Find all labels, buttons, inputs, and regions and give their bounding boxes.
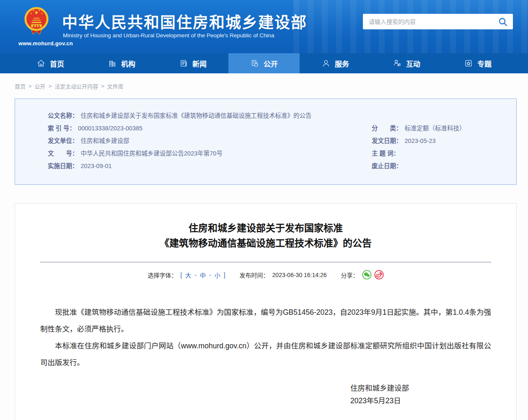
search-button[interactable] (498, 17, 508, 27)
meta-label: 主 题 词： (372, 150, 399, 157)
svg-text:★: ★ (38, 9, 40, 12)
nav-item-disclosure[interactable]: 公开 (228, 53, 300, 73)
nav-item-interaction[interactable]: 互动 (371, 53, 442, 73)
site-title: 中华人民共和国住房和城乡建设部 (62, 10, 307, 33)
breadcrumb-statutory-content[interactable]: 法定主动公开内容 (54, 82, 98, 90)
search-box[interactable] (363, 14, 513, 29)
meta-label: 文 号： (48, 150, 78, 157)
meta-value: 住房和城乡建设部 (81, 137, 129, 144)
breadcrumb-separator: > (101, 83, 104, 89)
nav-label: 新闻 (192, 58, 207, 69)
search-input[interactable] (369, 18, 498, 25)
meta-category: 分 类：标准定额（标准科技） (372, 124, 466, 132)
nav-item-special-topic[interactable]: 专题 (442, 53, 513, 73)
national-emblem-icon: ★ ★ ★ ★ ★ (23, 5, 49, 40)
wechat-share-icon[interactable] (362, 270, 372, 280)
nav-label: 互动 (406, 58, 420, 69)
meta-index-number: 索 引 号：000013338/2023-00385 (48, 124, 142, 132)
nav-label: 首页 (50, 58, 64, 69)
breadcrumb-current: 文件库 (107, 82, 124, 90)
breadcrumb-separator: > (28, 83, 32, 89)
share-label: 分享： (341, 271, 359, 279)
nav-item-service[interactable]: 服务 (300, 53, 371, 73)
meta-implementation-date: 实施日期：2023-09-01 (48, 162, 112, 170)
page: ★ ★ ★ ★ ★ www.mohurd.gov.cn 中华人民共和国住房和城乡… (0, 0, 528, 420)
article-paragraph-2: 本标准在住房和城乡建设部门户网站（www.mohurd.gov.cn）公开，并由… (40, 337, 491, 371)
main-navigation: 首页 机构 新闻 (0, 53, 528, 73)
meta-label: 实施日期： (48, 163, 78, 169)
breadcrumb-home[interactable]: 首页 (15, 82, 26, 90)
service-icon (321, 59, 331, 68)
meta-value: 2023-09-01 (81, 163, 112, 169)
site-subtitle-english: Ministry of Housing and Urban-Rural Deve… (63, 32, 274, 39)
nav-label: 服务 (335, 58, 349, 69)
nav-item-home[interactable]: 首页 (15, 53, 86, 73)
signature-organization: 住房和城乡建设部 (350, 382, 491, 394)
publish-time-label: 发布时间： (240, 271, 269, 279)
meta-doc-number: 文 号：中华人民共和国住房和城乡建设部公告2023年第70号 (48, 149, 223, 158)
font-size-medium-button[interactable]: 中 (200, 271, 206, 279)
font-size-small-button[interactable]: 小 (215, 271, 220, 279)
font-separator: - (209, 272, 211, 278)
font-size-label: 选择字体： (148, 271, 177, 279)
font-separator: - (194, 272, 197, 278)
nav-item-organization[interactable]: 机构 (86, 53, 157, 73)
site-url: www.mohurd.gov.cn (18, 40, 73, 47)
site-header: ★ ★ ★ ★ ★ www.mohurd.gov.cn 中华人民共和国住房和城乡… (0, 0, 528, 53)
search-icon (498, 17, 508, 27)
nav-label: 公开 (264, 58, 278, 69)
meta-value: 中华人民共和国住房和城乡建设部公告2023年第70号 (81, 150, 223, 157)
font-size-large-button[interactable]: 大 (185, 271, 191, 279)
svg-text:★: ★ (30, 12, 32, 15)
nav-item-news[interactable]: 新闻 (157, 53, 228, 73)
meta-label: 索 引 号： (48, 125, 75, 132)
disclosure-icon (250, 59, 259, 68)
article-body: 现批准《建筑物移动通信基础设施工程技术标准》为国家标准，编号为GB51456-2… (15, 304, 516, 407)
meta-label: 公文名称： (48, 112, 78, 119)
meta-label: 发文日期： (372, 137, 402, 144)
meta-abolish-date: 废止日期： (372, 162, 405, 170)
meta-label: 分 类： (372, 125, 402, 132)
meta-value: 2023-05-23 (405, 137, 436, 144)
meta-subject-words: 主 题 词： (372, 149, 402, 158)
meta-issuer: 发文单位：住房和城乡建设部 (48, 137, 129, 145)
special-topic-icon (464, 59, 473, 68)
font-bracket-open: [ (180, 272, 182, 278)
nav-label: 专题 (477, 58, 492, 69)
svg-text:★: ★ (33, 9, 35, 12)
font-bracket-close: ] (224, 272, 225, 278)
organization-icon (108, 59, 117, 68)
article-title-line1: 住房和城乡建设部关于发布国家标准 (15, 220, 516, 236)
interaction-icon (393, 59, 402, 68)
nav-label: 机构 (121, 58, 135, 69)
breadcrumb: 首页 > 公开 > 法定主动公开内容 > 文件库 (15, 82, 124, 90)
weibo-share-icon[interactable] (374, 270, 384, 280)
document-meta-box: 公文名称：住房和城乡建设部关于发布国家标准《建筑物移动通信基础设施工程技术标准》… (15, 99, 517, 185)
publish-time-value: 2023-06-30 16:14:26 (272, 272, 327, 278)
home-icon (36, 59, 46, 68)
meta-label: 发文单位： (48, 137, 78, 144)
signature-date: 2023年5月23日 (350, 394, 491, 407)
svg-text:★: ★ (41, 12, 43, 15)
article-container: 住房和城乡建设部关于发布国家标准 《建筑物移动通信基础设施工程技术标准》的公告 … (15, 203, 517, 420)
meta-label: 废止日期： (372, 163, 402, 169)
meta-value: 000013338/2023-00385 (78, 125, 142, 132)
breadcrumb-separator: > (49, 83, 52, 89)
title-divider (40, 262, 491, 263)
signature-block: 住房和城乡建设部 2023年5月23日 (350, 382, 491, 407)
meta-doc-name: 公文名称：住房和城乡建设部关于发布国家标准《建筑物移动通信基础设施工程技术标准》… (48, 111, 312, 120)
breadcrumb-disclosure[interactable]: 公开 (35, 82, 46, 90)
news-icon (179, 59, 188, 68)
article-title-line2: 《建筑物移动通信基础设施工程技术标准》的公告 (15, 236, 516, 251)
meta-value: 标准定额（标准科技） (405, 125, 466, 132)
meta-publish-date: 发文日期：2023-05-23 (372, 137, 436, 145)
meta-value: 住房和城乡建设部关于发布国家标准《建筑物移动通信基础设施工程技术标准》的公告 (81, 112, 312, 119)
article-paragraph-1: 现批准《建筑物移动通信基础设施工程技术标准》为国家标准，编号为GB51456-2… (40, 304, 491, 337)
article-meta-row: 选择字体：[大 - 中 - 小] 发布时间：2023-06-30 16:14:2… (15, 270, 516, 280)
